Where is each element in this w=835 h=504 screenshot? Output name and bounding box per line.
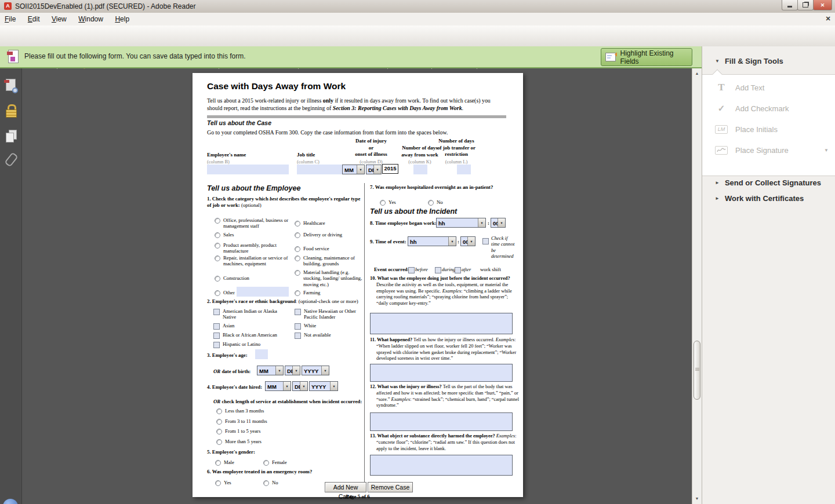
checkbox-icon[interactable] — [213, 323, 220, 330]
radio-icon[interactable] — [215, 218, 220, 224]
event-minute-select[interactable]: 00▼ — [460, 236, 475, 246]
checkbox-icon[interactable] — [295, 309, 301, 315]
time-undetermined-checkbox[interactable] — [482, 238, 489, 244]
radio-icon[interactable] — [215, 243, 220, 249]
began-work-hour-select[interactable]: hh▼ — [436, 218, 486, 228]
radio-icon[interactable] — [215, 276, 220, 282]
work-certificates-section[interactable]: ► Work with Certificates — [715, 194, 804, 203]
close-toolbar-icon[interactable]: ✕ — [824, 14, 832, 23]
paperclip-attachments-icon[interactable] — [5, 153, 17, 167]
checkbox-icon[interactable] — [213, 333, 220, 339]
radio-option[interactable]: Male — [215, 459, 234, 466]
checkbox-option[interactable]: White — [295, 323, 316, 330]
menu-window[interactable]: Window — [74, 13, 108, 25]
q13-answer-textarea[interactable] — [370, 455, 513, 476]
menu-view[interactable]: View — [47, 13, 71, 25]
send-signatures-section[interactable]: ► Send or Collect Signatures — [715, 178, 821, 187]
scrollbar-thumb[interactable] — [694, 341, 700, 400]
highlight-existing-fields-button[interactable]: Highlight Existing Fields — [601, 48, 692, 66]
radio-icon[interactable] — [295, 270, 300, 276]
radio-option[interactable]: Delivery or driving — [295, 232, 364, 238]
checkbox-icon[interactable] — [213, 342, 220, 348]
employee-name-field[interactable] — [207, 165, 289, 174]
checkbox-option[interactable]: Native Hawaiian or Other Pacific Islande… — [295, 308, 366, 320]
add-new-case-button[interactable]: Add New Case — [325, 482, 366, 492]
other-category-field[interactable] — [237, 287, 289, 297]
radio-option[interactable]: Healthcare — [295, 220, 364, 227]
radio-option[interactable]: Repair, installation or service of machi… — [215, 255, 292, 267]
radio-icon[interactable] — [215, 460, 221, 466]
transfer-days-field[interactable] — [457, 165, 471, 174]
radio-icon[interactable] — [215, 255, 220, 261]
injury-day-select[interactable]: DD▼ — [366, 165, 382, 174]
radio-icon[interactable] — [263, 460, 269, 466]
vertical-scrollbar[interactable]: ▲ ▼ — [692, 68, 702, 504]
radio-icon[interactable] — [216, 439, 222, 445]
radio-icon[interactable] — [295, 221, 300, 227]
days-away-field[interactable] — [413, 165, 427, 174]
after-checkbox[interactable] — [455, 267, 461, 273]
pages-copy-icon[interactable] — [5, 130, 17, 144]
radio-icon[interactable] — [216, 429, 222, 434]
radio-option[interactable]: Yes — [215, 480, 231, 486]
dob-day-select[interactable]: DD▼ — [285, 366, 300, 375]
hired-month-select[interactable]: MM▼ — [265, 381, 291, 391]
radio-option[interactable]: No — [263, 480, 278, 486]
radio-option[interactable]: No — [428, 199, 443, 206]
radio-option[interactable]: From 3 to 11 months — [216, 418, 267, 425]
radio-option[interactable]: Sales — [215, 232, 292, 238]
radio-icon[interactable] — [215, 290, 220, 296]
radio-option[interactable]: Material handling (e.g. stocking, loadin… — [295, 269, 364, 287]
during-checkbox[interactable] — [435, 267, 441, 273]
radio-option[interactable]: Other — [215, 290, 235, 296]
radio-icon[interactable] — [380, 200, 386, 206]
event-hour-select[interactable]: hh▼ — [408, 236, 456, 246]
employee-age-field[interactable] — [255, 349, 268, 359]
remove-case-button[interactable]: Remove Case — [368, 482, 413, 492]
radio-icon[interactable] — [295, 255, 300, 261]
checkbox-option[interactable]: Asian — [213, 323, 234, 330]
before-checkbox[interactable] — [408, 267, 415, 273]
checkbox-option[interactable]: Black or African American — [213, 332, 277, 339]
radio-option[interactable]: Yes — [380, 199, 396, 206]
menu-help[interactable]: Help — [110, 13, 134, 25]
hired-year-select[interactable]: YYYY▼ — [309, 381, 338, 391]
injury-month-select[interactable]: MM▼ — [342, 165, 365, 174]
q10-answer-textarea[interactable] — [370, 313, 513, 334]
radio-icon[interactable] — [295, 246, 300, 252]
checkbox-option[interactable]: American Indian or Alaska Native — [213, 308, 285, 320]
radio-option[interactable]: More than 5 years — [216, 439, 262, 445]
q11-answer-textarea[interactable] — [370, 364, 513, 382]
radio-icon[interactable] — [263, 480, 269, 486]
radio-icon[interactable] — [295, 290, 300, 296]
checkbox-icon[interactable] — [213, 309, 220, 315]
checkbox-icon[interactable] — [295, 323, 301, 330]
radio-option[interactable]: From 1 to 5 years — [216, 428, 260, 434]
radio-option[interactable]: Food service — [295, 246, 364, 252]
radio-icon[interactable] — [216, 408, 222, 414]
close-button[interactable]: ✕ — [813, 0, 832, 10]
checkbox-icon[interactable] — [295, 333, 301, 339]
radio-option[interactable]: Cleaning, maintenance of building, groun… — [295, 255, 364, 267]
q12-answer-textarea[interactable] — [370, 412, 513, 431]
radio-icon[interactable] — [216, 419, 222, 425]
minimize-button[interactable] — [782, 0, 798, 10]
radio-option[interactable]: Product assembly, product manufacture — [215, 242, 292, 254]
checkbox-option[interactable]: Hispanic or Latino — [213, 341, 260, 348]
radio-icon[interactable] — [215, 480, 221, 486]
checkbox-option[interactable]: Not available — [295, 332, 331, 339]
dob-month-select[interactable]: MM▼ — [257, 366, 284, 375]
chevron-down-icon[interactable]: ▼ — [715, 59, 720, 64]
radio-icon[interactable] — [215, 232, 220, 238]
radio-icon[interactable] — [428, 200, 434, 206]
dob-year-select[interactable]: YYYY▼ — [302, 366, 329, 375]
injury-year-field[interactable]: 2015 — [382, 164, 398, 174]
hired-day-select[interactable]: DD▼ — [292, 381, 308, 391]
began-work-minute-select[interactable]: 00▼ — [491, 218, 506, 228]
radio-option[interactable]: Female — [263, 459, 287, 466]
lock-security-icon[interactable] — [5, 104, 17, 118]
radio-option[interactable]: Office, professional, business or manage… — [215, 217, 292, 229]
radio-option[interactable]: Construction — [215, 275, 292, 282]
scroll-up-icon[interactable]: ▲ — [693, 70, 701, 78]
radio-icon[interactable] — [295, 232, 300, 238]
